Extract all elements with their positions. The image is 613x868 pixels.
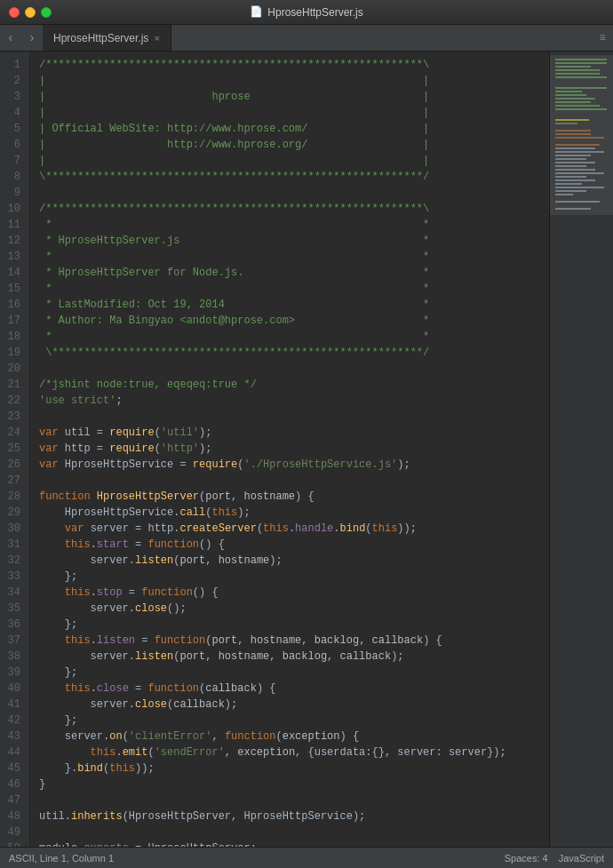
nav-forward-button[interactable]: › — [21, 25, 43, 51]
code-line: * * — [39, 281, 549, 297]
code-line: * * — [39, 329, 549, 345]
code-line — [39, 185, 549, 201]
code-line — [39, 361, 549, 377]
code-line — [39, 409, 549, 425]
code-line: }; — [39, 617, 549, 633]
code-line: }; — [39, 665, 549, 681]
code-line: | http://www.hprose.org/ | — [39, 137, 549, 153]
editor-container: 1234567891011121314151617181920212223242… — [0, 52, 613, 847]
code-line: /***************************************… — [39, 201, 549, 217]
code-line: * * — [39, 249, 549, 265]
maximize-button[interactable] — [41, 7, 52, 18]
code-line: var HproseHttpService = require('./Hpros… — [39, 457, 549, 473]
code-line: /*jshint node:true, eqeqeq:true */ — [39, 377, 549, 393]
code-line: var util = require('util'); — [39, 425, 549, 441]
code-line: }; — [39, 569, 549, 585]
code-line: * HproseHttpServer for Node.js. * — [39, 265, 549, 281]
code-line: * HproseHttpServer.js * — [39, 233, 549, 249]
code-line: | | — [39, 73, 549, 89]
minimap — [549, 52, 613, 847]
language-indicator[interactable]: JavaScript — [559, 853, 604, 864]
status-bar: ASCII, Line 1, Column 1 Spaces: 4 JavaSc… — [0, 847, 613, 868]
code-line: | | — [39, 105, 549, 121]
cursor-position: ASCII, Line 1, Column 1 — [9, 853, 114, 864]
code-line: 'use strict'; — [39, 393, 549, 409]
code-line: | Official WebSite: http://www.hprose.co… — [39, 121, 549, 137]
line-numbers: 1234567891011121314151617181920212223242… — [0, 52, 28, 847]
code-line: function HproseHttpServer(port, hostname… — [39, 489, 549, 505]
tab-close-button[interactable]: × — [154, 33, 159, 44]
tab-label: HproseHttpServer.js — [53, 32, 148, 44]
code-area[interactable]: /***************************************… — [28, 52, 549, 847]
title-bar-icon: 📄 — [250, 5, 263, 19]
status-left: ASCII, Line 1, Column 1 — [9, 853, 114, 864]
code-line: this.start = function() { — [39, 537, 549, 553]
code-line: module.exports = HproseHttpServer; — [39, 840, 549, 847]
close-button[interactable] — [9, 7, 20, 18]
minimap-viewport — [550, 55, 613, 215]
code-line — [39, 473, 549, 489]
traffic-lights — [9, 7, 52, 18]
nav-back-button[interactable]: ‹ — [0, 25, 21, 51]
file-tab[interactable]: HproseHttpServer.js × — [43, 25, 171, 51]
status-right: Spaces: 4 JavaScript — [505, 853, 604, 864]
code-line: this.emit('sendError', exception, {userd… — [39, 745, 549, 760]
code-line: }; — [39, 713, 549, 729]
minimize-button[interactable] — [25, 7, 36, 18]
code-line: * * — [39, 217, 549, 233]
tab-bar: ‹ › HproseHttpServer.js × ≡ — [0, 25, 613, 52]
code-line: \***************************************… — [39, 169, 549, 185]
code-line: /***************************************… — [39, 57, 549, 73]
code-line: server.on('clientError', function(except… — [39, 729, 549, 745]
code-line: } — [39, 776, 549, 792]
code-line: server.close(); — [39, 601, 549, 617]
code-line: var http = require('http'); — [39, 441, 549, 457]
code-line: | hprose | — [39, 89, 549, 105]
code-line: }.bind(this)); — [39, 760, 549, 776]
title-bar: 📄 HproseHttpServer.js — [0, 0, 613, 25]
code-line: var server = http.createServer(this.hand… — [39, 521, 549, 537]
code-line: util.inherits(HproseHttpServer, HproseHt… — [39, 808, 549, 824]
code-line: this.stop = function() { — [39, 585, 549, 601]
code-line: * LastModified: Oct 19, 2014 * — [39, 297, 549, 313]
code-line: server.listen(port, hostname, backlog, c… — [39, 649, 549, 665]
code-line — [39, 824, 549, 840]
code-line: HproseHttpService.call(this); — [39, 505, 549, 521]
code-line: server.listen(port, hostname); — [39, 553, 549, 569]
tab-spacer — [171, 25, 592, 51]
code-line: this.close = function(callback) { — [39, 681, 549, 697]
code-line: | | — [39, 153, 549, 169]
code-line: * Author: Ma Bingyao <andot@hprose.com> … — [39, 313, 549, 329]
tab-scroll-button[interactable]: ≡ — [592, 25, 613, 51]
spaces-indicator[interactable]: Spaces: 4 — [505, 853, 548, 864]
code-line — [39, 792, 549, 808]
window-title: HproseHttpServer.js — [267, 6, 362, 19]
code-line: this.listen = function(port, hostname, b… — [39, 633, 549, 649]
code-line: server.close(callback); — [39, 697, 549, 713]
code-line: \***************************************… — [39, 345, 549, 361]
